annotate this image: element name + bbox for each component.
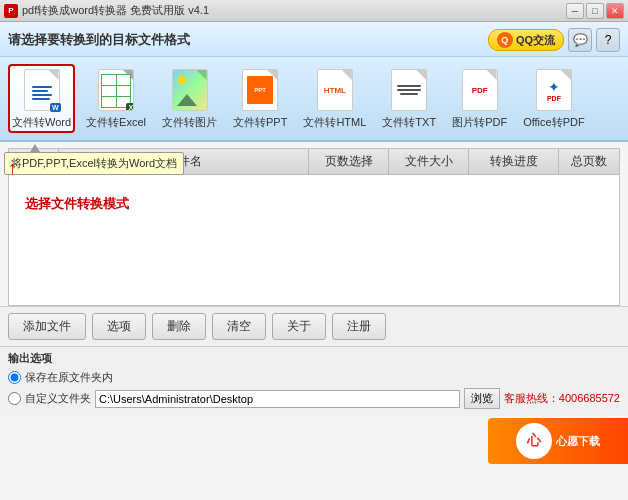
chat-button[interactable]: 💬 — [568, 28, 592, 52]
output-option-2: 自定义文件夹 浏览 客服热线：4006685572 — [8, 388, 620, 409]
xls-cell — [102, 86, 116, 96]
doc-line-3 — [32, 94, 52, 96]
word-icon-box: W — [19, 67, 65, 113]
format-word[interactable]: W 文件转Word — [8, 64, 75, 133]
doc-line-2 — [32, 90, 48, 92]
close-button[interactable]: ✕ — [606, 3, 624, 19]
format-html[interactable]: HTML 文件转HTML — [298, 63, 371, 134]
brand-icon: 心 — [516, 423, 552, 459]
txt-line-2 — [397, 89, 421, 91]
html-label: 文件转HTML — [303, 115, 366, 130]
xls-badge: X — [126, 103, 134, 111]
txt-icon — [391, 69, 427, 111]
tooltip: 将PDF,PPT,Excel转换为Word文档 — [4, 152, 184, 175]
doc-line-4 — [32, 98, 50, 100]
xls-cell — [102, 97, 116, 107]
output-path-input[interactable] — [95, 390, 460, 408]
doc-badge: W — [50, 103, 61, 112]
col-progress: 转换进度 — [469, 149, 559, 174]
xls-cell — [102, 75, 116, 85]
red-arrow: ↑ — [8, 158, 17, 179]
excel-icon-box: X — [93, 67, 139, 113]
output-radio-1[interactable] — [8, 371, 21, 384]
qq-label: QQ交流 — [516, 33, 555, 48]
add-file-button[interactable]: 添加文件 — [8, 313, 86, 340]
title-bar-controls: ─ □ ✕ — [566, 3, 624, 19]
format-img[interactable]: 文件转图片 — [157, 63, 222, 134]
brand-icon-text: 心 — [527, 432, 541, 450]
img2pdf-icon-box: PDF — [457, 67, 503, 113]
browse-button[interactable]: 浏览 — [464, 388, 500, 409]
img2pdf-icon: PDF — [462, 69, 498, 111]
html-icon: HTML — [317, 69, 353, 111]
minimize-button[interactable]: ─ — [566, 3, 584, 19]
col-total: 总页数 — [559, 149, 619, 174]
txt-label: 文件转TXT — [382, 115, 436, 130]
doc-icon: W — [24, 69, 60, 111]
office-symbol: ✦ — [548, 79, 560, 95]
format-row: W 文件转Word X — [0, 57, 628, 142]
options-button[interactable]: 选项 — [92, 313, 146, 340]
header-subtitle: 请选择要转换到的目标文件格式 — [8, 31, 190, 49]
col-pages: 页数选择 — [309, 149, 389, 174]
xls-cell — [117, 75, 131, 85]
format-excel[interactable]: X 文件转Excel — [81, 63, 151, 134]
main-window: 请选择要转换到的目标文件格式 Q QQ交流 💬 ? — [0, 22, 628, 500]
title-bar: P pdf转换成word转换器 免费试用版 v4.1 ─ □ ✕ — [0, 0, 628, 22]
output-section: 输出选项 保存在原文件夹内 自定义文件夹 浏览 客服热线：4006685572 — [0, 346, 628, 416]
about-button[interactable]: 关于 — [272, 313, 326, 340]
img2pdf-label: 图片转PDF — [452, 115, 507, 130]
img-label: 文件转图片 — [162, 115, 217, 130]
delete-button[interactable]: 删除 — [152, 313, 206, 340]
register-button[interactable]: 注册 — [332, 313, 386, 340]
table-body[interactable]: 选择文件转换模式 — [9, 175, 619, 305]
format-office2pdf[interactable]: ✦ PDF Office转PDF — [518, 63, 590, 134]
app-icon: P — [4, 4, 18, 18]
doc-lines — [32, 86, 52, 100]
output-title: 输出选项 — [8, 351, 620, 366]
txt-line-1 — [397, 85, 421, 87]
pdf-badge: PDF — [472, 86, 488, 95]
format-img2pdf[interactable]: PDF 图片转PDF — [447, 63, 512, 134]
ppt-icon: PPT — [242, 69, 278, 111]
header: 请选择要转换到的目标文件格式 Q QQ交流 💬 ? — [0, 22, 628, 57]
clear-button[interactable]: 清空 — [212, 313, 266, 340]
tooltip-arrow — [30, 144, 40, 152]
ppt-label: 文件转PPT — [233, 115, 287, 130]
office-pdf-badge: PDF — [547, 95, 561, 102]
office-pdf-inner: ✦ PDF — [547, 79, 561, 102]
qq-button[interactable]: Q QQ交流 — [488, 29, 564, 51]
img-icon-box — [167, 67, 213, 113]
help-icon: ? — [605, 33, 612, 47]
ppt-text: PPT — [254, 87, 266, 93]
help-button[interactable]: ? — [596, 28, 620, 52]
html-icon-box: HTML — [312, 67, 358, 113]
output-radio-2[interactable] — [8, 392, 21, 405]
img-icon — [172, 69, 208, 111]
word-label: 文件转Word — [12, 115, 71, 130]
ppt-icon-box: PPT — [237, 67, 283, 113]
empty-message: 选择文件转换模式 — [25, 195, 129, 213]
mountain-icon — [177, 94, 197, 106]
chat-icon: 💬 — [573, 33, 588, 47]
title-bar-left: P pdf转换成word转换器 免费试用版 v4.1 — [4, 3, 209, 18]
header-right: Q QQ交流 💬 ? — [488, 28, 620, 52]
xls-icon: X — [98, 69, 134, 111]
qq-icon: Q — [497, 32, 513, 48]
ppt-slide: PPT — [247, 76, 273, 104]
output-option-1: 保存在原文件夹内 — [8, 370, 620, 385]
maximize-button[interactable]: □ — [586, 3, 604, 19]
window-title: pdf转换成word转换器 免费试用版 v4.1 — [22, 3, 209, 18]
action-buttons: 添加文件 选项 删除 清空 关于 注册 — [0, 306, 628, 346]
office2pdf-label: Office转PDF — [523, 115, 585, 130]
office2pdf-icon-box: ✦ PDF — [531, 67, 577, 113]
col-size: 文件大小 — [389, 149, 469, 174]
office2pdf-icon: ✦ PDF — [536, 69, 572, 111]
format-ppt[interactable]: PPT 文件转PPT — [228, 63, 292, 134]
format-txt[interactable]: 文件转TXT — [377, 63, 441, 134]
excel-label: 文件转Excel — [86, 115, 146, 130]
output-label-2: 自定义文件夹 — [25, 391, 91, 406]
hotline-text: 客服热线：4006685572 — [504, 391, 620, 406]
xls-cell — [117, 86, 131, 96]
doc-line-1 — [32, 86, 52, 88]
